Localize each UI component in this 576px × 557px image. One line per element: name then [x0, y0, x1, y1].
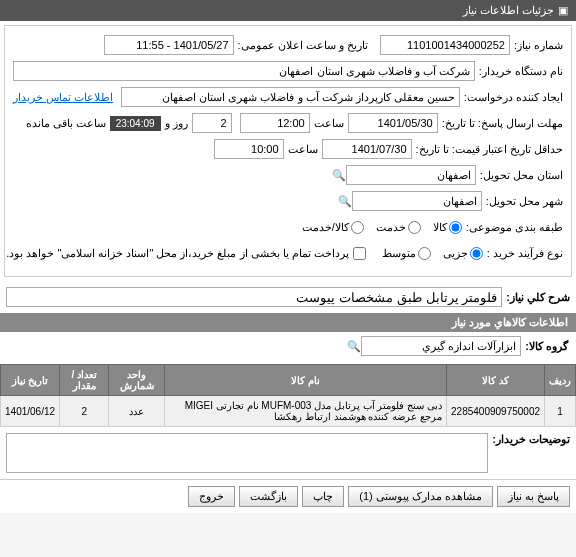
radio-both[interactable]: کالا/خدمت — [302, 221, 364, 234]
radio-goods[interactable]: کالا — [433, 221, 462, 234]
form-area: شماره نیاز: تاریخ و ساعت اعلان عمومی: نا… — [4, 25, 572, 277]
creator-input[interactable] — [121, 87, 460, 107]
category-label: طبقه بندی موضوعی: — [466, 221, 563, 234]
deadline-label: مهلت ارسال پاسخ: تا تاریخ: — [442, 117, 563, 130]
notes-box[interactable] — [6, 433, 488, 473]
days-input[interactable] — [192, 113, 232, 133]
radio-small[interactable]: جزیی — [443, 247, 483, 260]
col-row: ردیف — [545, 365, 576, 396]
buyer-label: نام دستگاه خریدار: — [479, 65, 563, 78]
deadline-time-input[interactable] — [240, 113, 310, 133]
table-row[interactable]: 1 2285400909750002 دبی سنج فلومتر آب پرت… — [1, 396, 576, 427]
goods-section-header: اطلاعات کالاهاي مورد نياز — [0, 313, 576, 332]
desc-input[interactable] — [6, 287, 502, 307]
col-name: نام کالا — [165, 365, 447, 396]
city-label: شهر محل تحویل: — [486, 195, 563, 208]
group-input[interactable] — [361, 336, 521, 356]
contact-link[interactable]: اطلاعات تماس خریدار — [13, 91, 113, 104]
col-code: کد کالا — [447, 365, 545, 396]
radio-service[interactable]: خدمت — [376, 221, 421, 234]
remaining-suffix: ساعت باقی مانده — [26, 117, 106, 130]
process-label: نوع فرآیند خرید : — [487, 247, 563, 260]
deadline-date-input[interactable] — [348, 113, 438, 133]
time-label-1: ساعت — [314, 117, 344, 130]
panel-title: جزئیات اطلاعات نیاز — [463, 4, 554, 17]
validity-label: حداقل تاریخ اعتبار قیمت: تا تاریخ: — [416, 143, 563, 156]
and-label: روز و — [165, 117, 188, 130]
panel-header: ▣ جزئیات اطلاعات نیاز — [0, 0, 576, 21]
remaining-time: 23:04:09 — [110, 116, 161, 131]
print-button[interactable]: چاپ — [302, 486, 344, 507]
exit-button[interactable]: خروج — [188, 486, 235, 507]
announce-label: تاریخ و ساعت اعلان عمومی: — [238, 39, 368, 52]
group-label: گروه کالا: — [525, 340, 568, 353]
reply-button[interactable]: پاسخ به نیاز — [497, 486, 570, 507]
buyer-input[interactable] — [13, 61, 475, 81]
province-input[interactable] — [346, 165, 476, 185]
province-label: استان محل تحویل: — [480, 169, 563, 182]
col-qty: تعداد / مقدار — [60, 365, 109, 396]
goods-table: ردیف کد کالا نام کالا واحد شمارش تعداد /… — [0, 364, 576, 427]
button-bar: پاسخ به نیاز مشاهده مدارک پیوستی (1) چاپ… — [0, 479, 576, 513]
radio-medium[interactable]: متوسط — [382, 247, 431, 260]
validity-date-input[interactable] — [322, 139, 412, 159]
payment-checkbox[interactable] — [353, 247, 366, 260]
notes-label: توضیحات خریدار: — [492, 433, 570, 446]
time-label-2: ساعت — [288, 143, 318, 156]
city-input[interactable] — [352, 191, 482, 211]
search-icon[interactable]: 🔍 — [349, 340, 361, 353]
col-unit: واحد شمارش — [109, 365, 165, 396]
validity-time-input[interactable] — [214, 139, 284, 159]
info-icon: ▣ — [558, 4, 568, 17]
creator-label: ایجاد کننده درخواست: — [464, 91, 563, 104]
need-number-input[interactable] — [380, 35, 510, 55]
payment-note: پرداخت تمام یا بخشی از مبلغ خرید،از محل … — [6, 247, 349, 260]
col-date: تاریخ نیاز — [1, 365, 60, 396]
back-button[interactable]: بازگشت — [239, 486, 298, 507]
attachments-button[interactable]: مشاهده مدارک پیوستی (1) — [348, 486, 493, 507]
desc-label: شرح کلي نياز: — [506, 291, 570, 304]
need-number-label: شماره نیاز: — [514, 39, 563, 52]
search-icon[interactable]: 🔍 — [334, 169, 346, 182]
search-icon[interactable]: 🔍 — [340, 195, 352, 208]
announce-date-input[interactable] — [104, 35, 234, 55]
